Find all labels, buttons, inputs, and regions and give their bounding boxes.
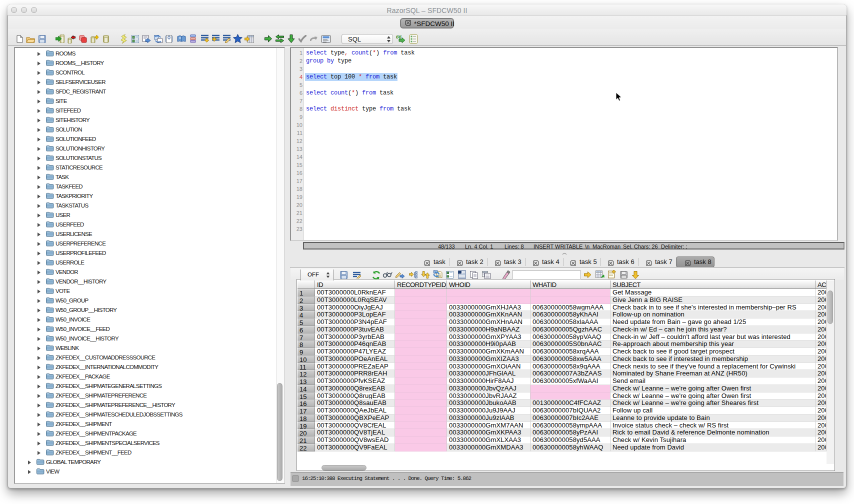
svg-text:66: 66 xyxy=(396,34,402,40)
